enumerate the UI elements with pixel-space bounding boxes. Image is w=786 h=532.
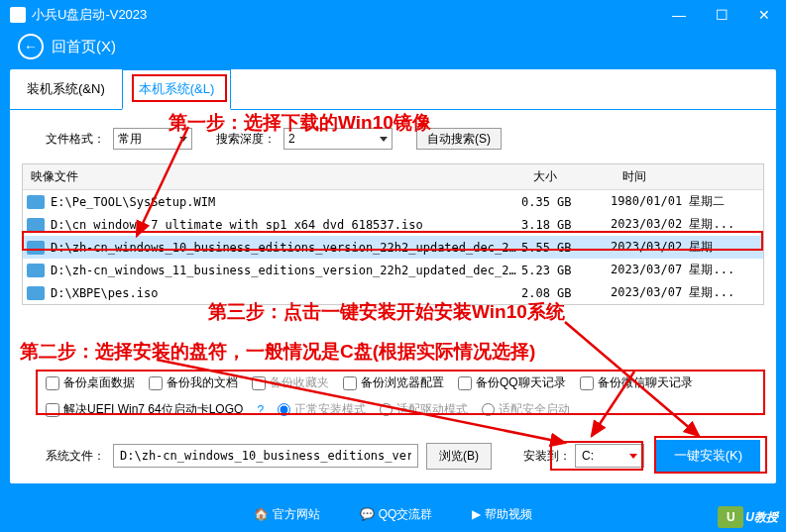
- close-button[interactable]: ✕: [752, 5, 776, 25]
- bottom-row: 系统文件： 浏览(B) 安装到： C: 一键安装(K): [46, 440, 760, 472]
- sysfile-input[interactable]: [113, 444, 418, 468]
- titlebar: 小兵U盘启动-V2023 — ☐ ✕: [0, 0, 786, 30]
- minimize-button[interactable]: —: [666, 5, 692, 25]
- chevron-down-icon: [629, 454, 637, 459]
- watermark-logo: U U教授: [718, 506, 778, 528]
- file-icon: [27, 218, 45, 232]
- file-icon: [27, 264, 45, 277]
- image-file-table: 映像文件 大小 时间 E:\Pe_TOOL\SysSetup.WIM 0.35 …: [22, 163, 764, 305]
- file-icon: [27, 195, 45, 209]
- options-area: 备份桌面数据 备份我的文档 备份收藏夹 备份浏览器配置 备份QQ聊天记录 备份微…: [46, 374, 760, 428]
- chevron-down-icon: [380, 137, 388, 142]
- radio-opt3[interactable]: 适配安全启动: [482, 401, 570, 418]
- logo-icon: U: [718, 506, 743, 528]
- chk-uefi[interactable]: 解决UEFI Win7 64位启动卡LOGO: [46, 401, 243, 418]
- chk-favs[interactable]: 备份收藏夹: [252, 374, 329, 391]
- help-icon[interactable]: ?: [257, 403, 264, 417]
- back-icon[interactable]: [18, 34, 44, 59]
- footer-help[interactable]: ▶ 帮助视频: [472, 506, 532, 523]
- table-row[interactable]: E:\Pe_TOOL\SysSetup.WIM 0.35 GB 1980/01/…: [23, 190, 763, 213]
- file-format-select[interactable]: 常用: [113, 128, 192, 150]
- drive-select[interactable]: C:: [575, 444, 644, 468]
- tab-local-system[interactable]: 本机系统(&L): [122, 69, 232, 110]
- radio-opt2[interactable]: 适配驱动模式: [380, 401, 468, 418]
- window-title: 小兵U盘启动-V2023: [32, 6, 666, 24]
- footer-qq[interactable]: 💬 QQ交流群: [360, 506, 433, 523]
- table-header: 映像文件 大小 时间: [23, 164, 763, 190]
- table-row-selected[interactable]: D:\zh-cn_windows_10_business_editions_ve…: [23, 236, 763, 259]
- install-to-label: 安装到：: [523, 448, 571, 465]
- annotation-step2: 第二步：选择安装的盘符，一般情况是C盘(根据实际情况选择): [20, 339, 535, 365]
- browse-button[interactable]: 浏览(B): [426, 443, 492, 470]
- file-icon: [27, 241, 45, 255]
- tab-install-system[interactable]: 装机系统(&N): [10, 69, 122, 109]
- toolbar: 文件格式： 常用 搜索深度： 2 自动搜索(S): [10, 110, 776, 160]
- chk-qq[interactable]: 备份QQ聊天记录: [458, 374, 566, 391]
- table-row[interactable]: D:\zh-cn_windows_11_business_editions_ve…: [23, 259, 763, 281]
- tab-bar: 装机系统(&N) 本机系统(&L): [10, 69, 776, 110]
- sysfile-label: 系统文件：: [46, 448, 105, 465]
- search-depth-label: 搜索深度：: [216, 131, 276, 148]
- table-row[interactable]: D:\XBPE\pes.iso 2.08 GB 2023/03/07 星期...: [23, 281, 763, 304]
- footer: 🏠 官方网站 💬 QQ交流群 ▶ 帮助视频: [0, 496, 786, 532]
- app-icon: [10, 7, 26, 23]
- file-icon: [27, 286, 45, 300]
- radio-opt1[interactable]: 正常安装模式: [278, 401, 366, 418]
- col-size[interactable]: 大小: [525, 164, 615, 189]
- chevron-down-icon: [179, 137, 187, 142]
- chk-wechat[interactable]: 备份微信聊天记录: [580, 374, 693, 391]
- footer-site[interactable]: 🏠 官方网站: [254, 506, 320, 523]
- chk-desktop[interactable]: 备份桌面数据: [46, 374, 135, 391]
- file-format-label: 文件格式：: [46, 131, 105, 148]
- search-depth-select[interactable]: 2: [283, 128, 393, 150]
- chk-browser[interactable]: 备份浏览器配置: [343, 374, 444, 391]
- install-button[interactable]: 一键安装(K): [656, 440, 760, 472]
- maximize-button[interactable]: ☐: [710, 5, 734, 25]
- subheader: 回首页(X): [0, 30, 786, 63]
- auto-search-button[interactable]: 自动搜索(S): [416, 128, 502, 150]
- main-panel: 装机系统(&N) 本机系统(&L) 文件格式： 常用 搜索深度： 2 自动搜索(…: [10, 69, 776, 483]
- col-file[interactable]: 映像文件: [23, 164, 525, 189]
- back-label[interactable]: 回首页(X): [52, 38, 116, 56]
- col-time[interactable]: 时间: [615, 164, 763, 189]
- chk-docs[interactable]: 备份我的文档: [149, 374, 238, 391]
- table-row[interactable]: D:\cn_windows_7_ultimate_with_sp1_x64_dv…: [23, 213, 763, 236]
